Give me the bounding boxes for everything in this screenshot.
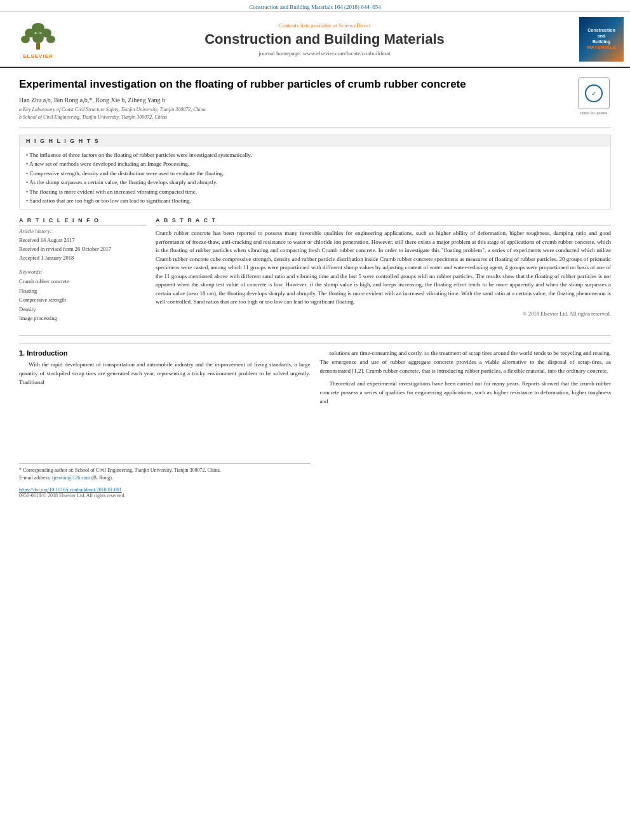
article-title-section: Experimental investigation on the floati… bbox=[19, 77, 611, 128]
affiliations: a Key Laboratory of Coast Civil Structur… bbox=[19, 106, 570, 121]
list-item: Sand ratios that are too high or too low… bbox=[26, 196, 604, 205]
article-title: Experimental investigation on the floati… bbox=[19, 77, 570, 91]
journal-top-bar: Construction and Building Materials 164 … bbox=[0, 0, 630, 12]
highlights-header: H I G H L I G H T S bbox=[20, 135, 610, 147]
intro-right-text: solutions are time-consuming and costly,… bbox=[320, 349, 612, 406]
journal-logo-box: Construction and Building MATERIALS bbox=[579, 17, 624, 62]
keywords-block: Keywords: Crumb rubber concrete Floating… bbox=[19, 269, 146, 323]
email-footnote: E-mail address: tjerobin@126.com (B. Ron… bbox=[19, 474, 311, 482]
col-left: 1. Introduction With the rapid developme… bbox=[19, 349, 311, 498]
journal-citation: Construction and Building Materials 164 … bbox=[249, 4, 380, 10]
highlights-list: The influence of three factors on the fl… bbox=[26, 150, 604, 205]
list-item: Compressive strength, density and the di… bbox=[26, 169, 604, 178]
check-updates-box: ✓ Check for updates bbox=[576, 77, 611, 115]
two-col-body: 1. Introduction With the rapid developme… bbox=[19, 349, 611, 498]
article-info-block: A R T I C L E I N F O Article history: R… bbox=[19, 217, 146, 262]
corresponding-footnote: * Corresponding author at: School of Civ… bbox=[19, 467, 311, 474]
footnotes-area: * Corresponding author at: School of Civ… bbox=[19, 463, 311, 498]
col-right: solutions are time-consuming and costly,… bbox=[320, 349, 612, 498]
footnotes: * Corresponding author at: School of Civ… bbox=[19, 463, 311, 482]
elsevier-tree-icon bbox=[16, 20, 60, 52]
homepage-link: journal homepage: www.elsevier.com/locat… bbox=[76, 50, 573, 57]
article-info-abstract: A R T I C L E I N F O Article history: R… bbox=[19, 217, 611, 336]
list-item: The influence of three factors on the fl… bbox=[26, 150, 604, 159]
intro-heading: 1. Introduction bbox=[19, 349, 311, 357]
email-link[interactable]: tjerobin@126.com bbox=[52, 475, 90, 481]
keywords-list: Crumb rubber concrete Floating Compressi… bbox=[19, 277, 146, 323]
article-content: Experimental investigation on the floati… bbox=[0, 68, 630, 508]
svg-rect-6 bbox=[36, 43, 40, 50]
svg-point-5 bbox=[32, 33, 44, 43]
keywords-label: Keywords: bbox=[19, 269, 146, 275]
history-title: Article history: bbox=[19, 228, 146, 234]
abstract-block: A B S T R A C T Crumb rubber concrete ha… bbox=[156, 217, 611, 329]
article-info-label: A R T I C L E I N F O bbox=[19, 217, 146, 225]
abstract-text: Crumb rubber concrete has been reported … bbox=[156, 229, 611, 307]
authors: Han Zhu a,b, Bin Rong a,b,*, Rong Xie b,… bbox=[19, 97, 570, 103]
article-title-text: Experimental investigation on the floati… bbox=[19, 77, 570, 121]
article-info: A R T I C L E I N F O Article history: R… bbox=[19, 217, 146, 329]
issn-line: 0950-0618/© 2018 Elsevier Ltd. All right… bbox=[19, 493, 311, 498]
list-item: A new set of methods were developed incl… bbox=[26, 159, 604, 168]
check-updates-icon: ✓ bbox=[578, 77, 610, 109]
elsevier-label: ELSEVIER bbox=[23, 53, 53, 59]
intro-left-text: With the rapid development of transporta… bbox=[19, 361, 311, 387]
sciencedirect-label: Contents lists available at ScienceDirec… bbox=[76, 22, 573, 29]
elsevier-logo-area: ELSEVIER bbox=[6, 20, 70, 59]
list-item: As the slump surpasses a certain value, … bbox=[26, 178, 604, 187]
section-divider bbox=[19, 343, 611, 344]
doi-link[interactable]: https://doi.org/10.1016/j.conbuildmat.20… bbox=[19, 487, 122, 493]
svg-point-4 bbox=[46, 36, 55, 43]
page: Construction and Building Materials 164 … bbox=[0, 0, 630, 840]
check-updates-label: Check for updates bbox=[580, 111, 608, 115]
highlights-body: The influence of three factors on the fl… bbox=[20, 147, 610, 209]
copyright: © 2018 Elsevier Ltd. All rights reserved… bbox=[156, 310, 611, 317]
journal-header: ELSEVIER Contents lists available at Sci… bbox=[0, 12, 630, 68]
highlights-section: H I G H L I G H T S The influence of thr… bbox=[19, 135, 611, 210]
svg-point-3 bbox=[21, 36, 30, 43]
check-circle-icon: ✓ bbox=[585, 84, 603, 102]
right-logo: Construction and Building MATERIALS bbox=[579, 17, 624, 62]
journal-center-info: Contents lists available at ScienceDirec… bbox=[76, 22, 573, 57]
info-dates: Received 14 August 2017 Received in revi… bbox=[19, 236, 146, 262]
journal-title: Construction and Building Materials bbox=[76, 31, 573, 48]
list-item: The floating is more evident with an inc… bbox=[26, 187, 604, 196]
abstract-label: A B S T R A C T bbox=[156, 217, 611, 225]
